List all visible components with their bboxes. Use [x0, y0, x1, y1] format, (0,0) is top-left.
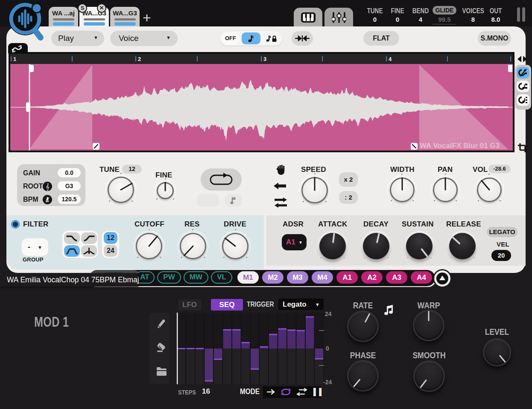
svg-text:1: 1	[13, 56, 16, 62]
svg-text:2: 2	[138, 56, 141, 62]
svg-text:4: 4	[389, 56, 392, 62]
svg-text:𝄞: 𝄞	[46, 183, 50, 191]
svg-text:WA VocalFX Blur 01 G3: WA VocalFX Blur 01 G3	[420, 142, 500, 150]
svg-text:3: 3	[263, 56, 266, 62]
